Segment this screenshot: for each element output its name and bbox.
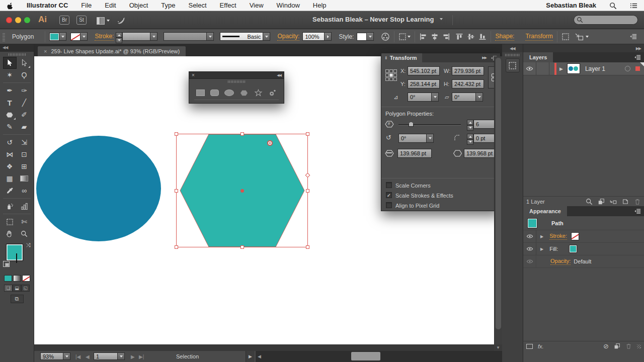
expand-dock-icon[interactable]: ▶▶: [636, 46, 641, 51]
opacity-expand-button[interactable]: [325, 32, 332, 41]
ellipse-shape[interactable]: [36, 136, 161, 241]
align-bottom-icon[interactable]: [478, 33, 487, 41]
handle-bottom-right[interactable]: [306, 245, 309, 249]
stroke-color-dropdown[interactable]: [80, 32, 88, 41]
last-artboard-button[interactable]: ▶|: [139, 354, 144, 359]
diameter-field[interactable]: 139.968 pt: [464, 149, 497, 158]
prev-artboard-button[interactable]: ◀: [86, 354, 90, 359]
menu-view[interactable]: View: [243, 2, 270, 9]
zoom-tool[interactable]: [18, 228, 31, 240]
sides-slider-thumb[interactable]: [409, 122, 414, 127]
gradient-mode-button[interactable]: [13, 275, 21, 282]
corner-radius-stepper[interactable]: [467, 134, 473, 143]
type-tool[interactable]: T: [3, 97, 17, 109]
handle-top-left[interactable]: [175, 132, 178, 136]
align-pixel-grid-checkbox[interactable]: [386, 202, 392, 208]
duplicate-item-icon[interactable]: [614, 343, 620, 350]
artboard-number-field[interactable]: 1: [94, 352, 118, 360]
menu-window[interactable]: Window: [270, 2, 306, 9]
menu-effect[interactable]: Effect: [213, 2, 243, 9]
menu-app-name[interactable]: Illustrator CC: [20, 2, 74, 9]
curvature-tool[interactable]: ✑: [18, 84, 31, 97]
panel-drag-grip[interactable]: [3, 32, 5, 41]
shape-builder-tool[interactable]: ❖: [3, 160, 17, 172]
appearance-path-row[interactable]: Path: [523, 216, 644, 230]
add-new-stroke-icon[interactable]: [526, 344, 533, 349]
draw-normal-button[interactable]: ❏: [4, 285, 13, 292]
width-tool[interactable]: ⋈: [3, 148, 17, 160]
handle-top-center[interactable]: [240, 132, 244, 136]
star-tool-icon[interactable]: [254, 88, 263, 97]
y-field[interactable]: 258.144 pt: [408, 79, 440, 88]
delete-layer-icon[interactable]: [634, 198, 641, 205]
opacity-label[interactable]: Opacity:: [277, 33, 299, 41]
menu-file[interactable]: File: [74, 2, 98, 9]
expand-layer-icon[interactable]: ▶: [559, 66, 563, 71]
lasso-tool[interactable]: Ϙ: [18, 69, 31, 81]
menu-help[interactable]: Help: [306, 2, 333, 9]
transform-panel-tab[interactable]: ⇕ Transform: [381, 53, 422, 62]
stroke-swatch[interactable]: [16, 253, 17, 263]
fill-swatch[interactable]: [6, 244, 23, 261]
gradient-tool[interactable]: [18, 172, 31, 185]
new-layer-icon[interactable]: [622, 198, 629, 205]
appearance-panel-menu-icon[interactable]: [634, 208, 641, 215]
fill-visibility-toggle[interactable]: [523, 243, 536, 255]
select-similar-dropdown[interactable]: [408, 36, 411, 39]
expand-stroke-icon[interactable]: ▶: [540, 234, 543, 239]
stock-button[interactable]: St: [76, 16, 87, 25]
paintbrush-tool[interactable]: ✐: [18, 109, 31, 121]
screen-mode-button[interactable]: ⧉: [11, 295, 24, 303]
column-graph-tool[interactable]: [18, 200, 31, 212]
swap-fill-stroke-icon[interactable]: ⤨: [26, 242, 31, 248]
new-sublayer-icon[interactable]: [610, 198, 617, 205]
opacity-field[interactable]: 100%: [302, 32, 325, 41]
locate-object-icon[interactable]: [586, 198, 593, 205]
horizontal-scrollbar-thumb[interactable]: [351, 352, 380, 360]
rectangle-tool-icon[interactable]: [196, 89, 205, 96]
shear-dropdown[interactable]: [476, 93, 483, 102]
direct-selection-tool[interactable]: [18, 57, 31, 69]
stroke-weight-label[interactable]: Stroke:: [95, 33, 114, 41]
sides-field[interactable]: 6: [473, 120, 497, 129]
bounding-box-icon[interactable]: [561, 33, 570, 41]
line-segment-tool[interactable]: ╱: [18, 97, 31, 109]
rotate-dropdown[interactable]: [432, 93, 439, 102]
layer-lock-toggle[interactable]: [536, 62, 549, 75]
draw-inside-button[interactable]: ◱: [21, 285, 30, 292]
handle-bottom-left[interactable]: [175, 245, 178, 249]
free-transform-tool[interactable]: ⊡: [18, 148, 31, 160]
transform-panel-dock-icon[interactable]: [506, 58, 520, 72]
workspace-switcher[interactable]: Sebastian Bleak – Never Stop Learning: [312, 16, 443, 23]
app-search-field[interactable]: [574, 15, 638, 25]
graphic-style-dropdown[interactable]: [367, 32, 374, 41]
rotate-tool[interactable]: ↺: [3, 136, 17, 148]
layer-name[interactable]: Layer 1: [585, 65, 605, 72]
brush-definition-field[interactable]: Basic: [220, 32, 263, 41]
corner-radius-widget[interactable]: [267, 140, 273, 146]
make-clipping-mask-icon[interactable]: [598, 198, 605, 205]
reference-point-locator[interactable]: [385, 69, 397, 81]
first-artboard-button[interactable]: |◀: [75, 354, 80, 359]
default-fill-stroke-icon[interactable]: [3, 261, 10, 267]
corner-radius-field[interactable]: 0 pt: [473, 134, 497, 143]
horizontal-scrollbar[interactable]: ◀: [256, 351, 494, 362]
align-center-icon[interactable]: [431, 33, 439, 41]
delete-item-icon[interactable]: [625, 343, 632, 350]
layer-row[interactable]: ▶ Layer 1: [523, 62, 644, 75]
stroke-weight-stepper[interactable]: [116, 32, 122, 41]
stroke-attr-swatch[interactable]: [571, 232, 579, 240]
appearance-stroke-row[interactable]: ▶ Stroke:: [523, 230, 644, 243]
scroll-left-icon[interactable]: ◀: [258, 354, 261, 359]
zoom-level-dropdown[interactable]: [63, 352, 70, 360]
flare-tool-icon[interactable]: [268, 88, 277, 97]
layer-thumbnail[interactable]: [567, 63, 580, 74]
menu-edit[interactable]: Edit: [98, 2, 122, 9]
ellipse-tool-icon[interactable]: [224, 89, 234, 96]
shaper-tool[interactable]: ✎: [3, 121, 17, 133]
sides-stepper[interactable]: [467, 120, 473, 129]
none-mode-button[interactable]: [22, 275, 30, 282]
side-length-field[interactable]: 139.968 pt: [397, 149, 432, 158]
status-expand-button[interactable]: ▶: [246, 351, 255, 362]
scale-corners-checkbox[interactable]: [386, 182, 392, 188]
